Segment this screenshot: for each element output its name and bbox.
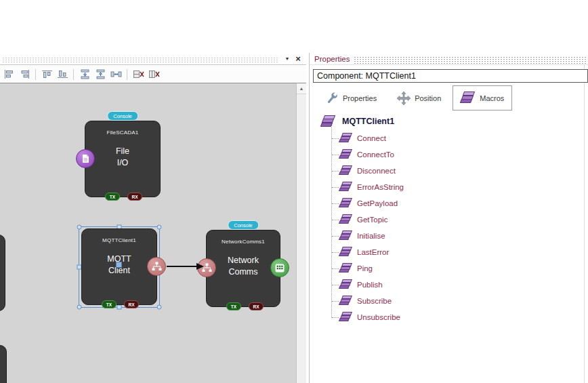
tab-properties[interactable]: Properties [316,85,385,110]
align-bottom-icon[interactable] [56,68,69,80]
component-title: Network Comms [207,255,280,278]
macro-item-ping[interactable]: Ping [310,260,588,277]
align-top-icon[interactable] [40,68,54,80]
selection-handle[interactable] [117,305,122,310]
macro-icon [339,279,352,290]
macro-icon [339,312,352,323]
macro-item-initialise[interactable]: Initialise [310,228,588,244]
component-title: File I/O [85,146,160,169]
tx-badge: TX [102,300,117,308]
macro-label: Unsubscribe [357,313,400,321]
macro-icon [339,263,352,274]
macro-item-unsubscribe[interactable]: Unsubscribe [310,309,588,325]
scroll-up-icon: ▲ [299,86,304,91]
macro-label: GetPayload [357,199,398,207]
macro-item-errorasstring[interactable]: ErrorAsString [310,179,588,195]
macro-item-publish[interactable]: Publish [310,277,588,293]
file-port-icon[interactable] [76,149,95,168]
tab-label: Position [415,94,441,102]
canvas-vertical-scrollbar[interactable]: ▲ [296,83,306,383]
align-left-icon[interactable] [2,68,16,80]
macro-tree: MQTTClient1 Connect ConnectTo Disconnect [310,113,588,325]
tx-badge: TX [226,302,241,310]
title-line: Comms [228,267,257,277]
offscreen-component-block[interactable] [0,345,7,383]
title-line: Network [228,256,259,265]
macro-list: Connect ConnectTo Disconnect ErrorAsStri… [310,130,588,325]
design-pane: ▼ × [0,53,306,383]
properties-tab-bar: Properties Position Macros [316,85,512,110]
console-badge: Console [107,111,138,121]
macro-label: Disconnect [357,167,396,175]
macro-item-connect[interactable]: Connect [310,130,588,146]
selection-handle[interactable] [157,305,162,310]
macro-label: ErrorAsString [357,183,404,191]
macro-item-lasterror[interactable]: LastError [310,244,588,260]
tx-badge: TX [105,193,120,201]
component-instance-name: MQTTClient1 [82,237,156,243]
rx-badge: RX [249,302,264,310]
app-window: ▼ × [0,0,588,383]
component-block-networkcomms1[interactable]: Console NetworkComms1 Network Comms TX R… [206,230,280,307]
macro-label: LastError [357,248,389,256]
component-instance-name: NetworkComms1 [207,239,280,245]
distribute-up-icon[interactable] [93,68,107,80]
selection-handle[interactable] [77,305,82,310]
macro-icon [339,182,352,193]
spacing-icon[interactable] [109,68,123,80]
tab-label: Properties [343,94,377,102]
alignment-toolbar [0,66,306,83]
connection-arrow[interactable] [165,262,205,271]
distribute-down-icon[interactable] [78,68,91,80]
scroll-up-button[interactable]: ▲ [297,83,306,94]
pane-close-button[interactable]: × [293,54,303,64]
tree-root-mqttclient1[interactable]: MQTTClient1 [310,113,588,130]
rx-badge: RX [127,193,142,201]
device-port-icon[interactable] [270,258,289,277]
macro-icon [339,247,352,258]
properties-panel-header[interactable]: Properties [310,53,588,65]
offscreen-component-block[interactable] [0,235,5,311]
toolbar-separator [73,69,74,80]
remove-column-icon[interactable] [147,68,161,80]
macro-icon [339,296,352,306]
macro-item-gettopic[interactable]: GetTopic [310,211,588,228]
title-line: File [116,146,129,156]
design-canvas[interactable]: Console FileSCADA1 File I/O TX RX [0,83,296,383]
design-pane-header[interactable]: ▼ × [0,53,306,65]
selection-handle[interactable] [157,225,162,230]
macro-label: Ping [357,264,373,273]
pane-grip-texture [354,56,587,64]
move-icon [396,91,411,106]
properties-panel-title: Properties [314,55,350,63]
align-right-icon[interactable] [18,68,31,80]
rx-badge: RX [124,300,139,308]
macro-item-getpayload[interactable]: GetPayload [310,195,588,211]
macro-item-disconnect[interactable]: Disconnect [310,163,588,179]
macro-label: ConnectTo [357,150,394,159]
remove-row-icon[interactable] [131,68,145,80]
pane-grip-texture [2,57,278,64]
bricks-icon [461,92,476,104]
title-line: I/O [117,158,129,167]
component-block-filescada1[interactable]: Console FileSCADA1 File I/O TX RX [85,121,161,197]
component-instance-name: FileSCADA1 [85,129,160,136]
macro-item-connectto[interactable]: ConnectTo [310,146,588,163]
macro-icon [339,133,352,144]
tab-macros[interactable]: Macros [453,85,512,110]
macro-label: Publish [357,281,383,289]
macro-label: Connect [357,134,386,142]
tab-position[interactable]: Position [388,85,449,110]
wrench-icon [324,91,339,106]
network-port-icon[interactable] [147,257,166,276]
macro-item-subscribe[interactable]: Subscribe [310,293,588,309]
macro-icon [339,149,352,160]
selection-handle[interactable] [77,225,82,230]
pane-menu-button[interactable]: ▼ [282,54,293,64]
properties-panel: Properties Component: MQTTClient1 Proper… [309,53,588,383]
toolbar-separator [35,69,36,80]
component-field[interactable]: Component: MQTTClient1 [313,69,588,83]
macro-label: GetTopic [357,216,387,224]
selection-anchor-handle[interactable] [116,262,122,268]
tree-root-label: MQTTClient1 [342,117,394,126]
